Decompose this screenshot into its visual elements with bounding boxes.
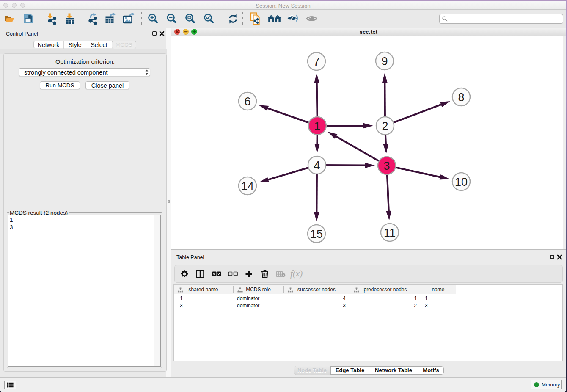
svg-text:7: 7 [313, 55, 319, 68]
svg-text:10: 10 [455, 176, 468, 188]
svg-text:3: 3 [383, 160, 390, 172]
svg-text:8: 8 [458, 91, 464, 104]
svg-text:11: 11 [384, 226, 396, 239]
svg-text:6: 6 [244, 95, 250, 108]
svg-text:9: 9 [381, 55, 388, 68]
svg-text:15: 15 [310, 228, 323, 240]
svg-text:1: 1 [314, 120, 320, 133]
svg-text:4: 4 [314, 159, 320, 172]
svg-text:2: 2 [382, 120, 388, 133]
svg-text:14: 14 [241, 180, 254, 193]
